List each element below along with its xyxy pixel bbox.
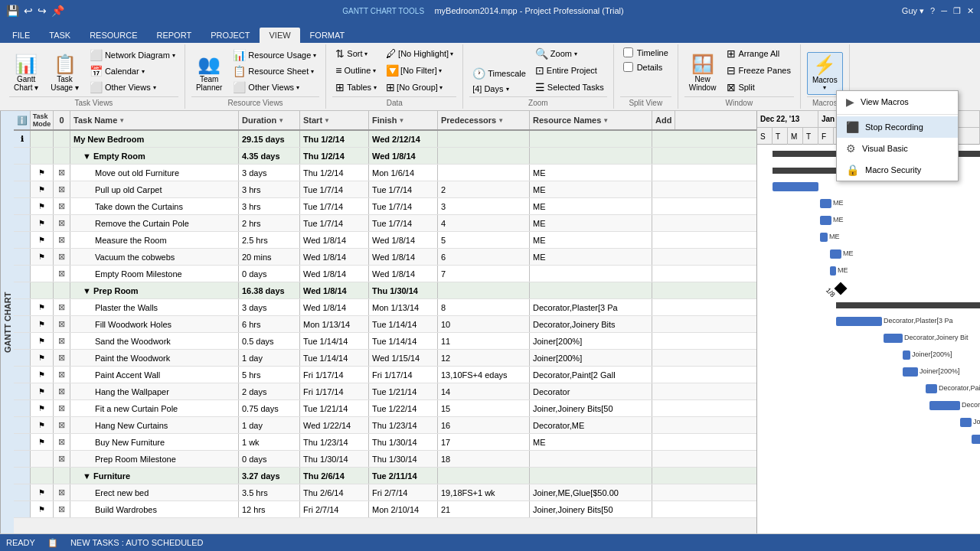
table-row[interactable]: ⊠ Prep Room Milestone0 daysThu 1/30/14Th…: [14, 451, 756, 468]
gantt-bar[interactable]: [773, 182, 818, 191]
gantt-bar[interactable]: Decorator,Plaster[3 Pa: [836, 317, 882, 326]
table-row[interactable]: ⚑ ⊠ Build Wardrobes12 hrsFri 2/7/14Mon 2…: [14, 501, 756, 518]
arrange-all-button[interactable]: ⊞ Arrange All: [724, 46, 793, 61]
resource-usage-button[interactable]: 📊 Resource Usage ▾: [230, 47, 319, 63]
col-finish[interactable]: Finish ▼: [369, 111, 438, 129]
gantt-chart-button[interactable]: 📊 GanttChart ▾: [9, 52, 43, 95]
gantt-bar[interactable]: 1/8: [835, 282, 848, 295]
macros-button[interactable]: ⚡ Macros ▾: [807, 52, 843, 95]
tab-task[interactable]: TASK: [40, 28, 80, 43]
resource-sheet-button[interactable]: 📋 Resource Sheet ▾: [230, 64, 319, 79]
timeline-checkbox[interactable]: Timeline: [620, 46, 671, 59]
gantt-bar[interactable]: ME: [820, 199, 831, 208]
outline-button[interactable]: ≡ Outline ▾: [332, 63, 380, 78]
table-row[interactable]: ⚑ ⊠ Take down the Curtains3 hrsTue 1/7/1…: [14, 198, 756, 215]
restore-btn[interactable]: ❐: [953, 6, 961, 16]
minimize-btn[interactable]: ─: [941, 6, 947, 15]
gantt-bar[interactable]: ME: [820, 233, 828, 242]
table-row[interactable]: ⚑ ⊠ Hang New Curtains1 dayWed 1/22/14Thu…: [14, 417, 756, 434]
table-row[interactable]: ▼ Prep Room16.38 daysWed 1/8/14Thu 1/30/…: [14, 282, 756, 299]
freeze-panes-button[interactable]: ⊟ Freeze Panes: [724, 63, 793, 78]
gantt-bar[interactable]: Decorator,M: [972, 435, 980, 444]
view-macros-item[interactable]: ▶ View Macros: [837, 91, 958, 112]
tables-button[interactable]: ⊞ Tables ▾: [332, 80, 380, 95]
gantt-bar[interactable]: [836, 302, 980, 308]
no-highlight-button[interactable]: 🖊 [No Highlight] ▾: [383, 46, 456, 61]
table-row[interactable]: ℹ My New Bedroom29.15 daysThu 1/2/14Wed …: [14, 131, 756, 148]
calendar-button[interactable]: 📅 Calendar ▾: [87, 64, 178, 79]
table-row[interactable]: ⚑ ⊠ Paint Accent Wall5 hrsFri 1/17/14Fri…: [14, 367, 756, 383]
id-cell: ⊠: [54, 451, 70, 467]
gantt-bar[interactable]: ME: [830, 249, 841, 259]
entire-project-button[interactable]: ⊡ Entire Project: [532, 63, 607, 78]
gantt-bar[interactable]: Joiner,Joiner: [960, 418, 972, 427]
col-start[interactable]: Start ▼: [300, 111, 369, 129]
macro-security-item[interactable]: 🔒 Macro Security: [837, 159, 958, 181]
gantt-bar[interactable]: Joiner[200%]: [903, 367, 918, 377]
gantt-bar[interactable]: Joiner[200%]: [903, 350, 910, 360]
duration-cell: 3.27 days: [239, 468, 300, 484]
split-button[interactable]: ⊠ Split: [724, 80, 793, 95]
duration-cell: 0.75 days: [239, 400, 300, 416]
gantt-bar[interactable]: ME: [820, 216, 831, 225]
table-row[interactable]: ⚑ ⊠ Pull up old Carpet3 hrsTue 1/7/14Tue…: [14, 181, 756, 198]
col-name[interactable]: Task Name ▼: [70, 111, 239, 129]
table-row[interactable]: ⚑ ⊠ Sand the Woodwork0.5 daysTue 1/14/14…: [14, 333, 756, 350]
duration-cell: 0.5 days: [239, 333, 300, 349]
id-cell: ⊠: [54, 484, 70, 500]
table-row[interactable]: ⚑ ⊠ Buy New Furniture1 wkThu 1/23/14Thu …: [14, 434, 756, 451]
view-macros-icon: ▶: [846, 96, 854, 108]
gantt-bar[interactable]: Decorator: [929, 401, 960, 410]
task-usage-button[interactable]: 📋 TaskUsage ▾: [46, 52, 83, 95]
table-row[interactable]: ⊠ Empty Room Milestone0 daysWed 1/8/14We…: [14, 266, 756, 282]
table-row[interactable]: ▼ Empty Room4.35 daysThu 1/2/14Wed 1/8/1…: [14, 148, 756, 165]
tab-file[interactable]: FILE: [3, 28, 39, 43]
tab-report[interactable]: REPORT: [148, 28, 201, 43]
selected-tasks-button[interactable]: ☰ Selected Tasks: [532, 80, 607, 95]
tab-resource[interactable]: RESOURCE: [80, 28, 146, 43]
close-btn[interactable]: ✕: [967, 6, 974, 16]
other-views-task-button[interactable]: ⬜ Other Views ▾: [87, 80, 178, 95]
name-cell: Paint the Woodwork: [70, 350, 239, 366]
table-row[interactable]: ⚑ ⊠ Plaster the Walls3 daysWed 1/8/14Mon…: [14, 299, 756, 316]
team-planner-button[interactable]: 👥 TeamPlanner: [191, 52, 227, 95]
title-bar-icons[interactable]: 💾 ↩ ↪ 📌: [6, 5, 64, 17]
network-diagram-button[interactable]: ⬜ Network Diagram ▾: [87, 47, 178, 63]
table-row[interactable]: ⚑ ⊠ Erect new bed3.5 hrsThu 2/6/14Fri 2/…: [14, 484, 756, 501]
no-group-button[interactable]: ⊞ [No Group] ▾: [383, 80, 456, 95]
tab-view[interactable]: VIEW: [260, 28, 299, 43]
zoom-button[interactable]: 🔍 Zoom ▾: [532, 46, 607, 61]
col-predecessors[interactable]: Predecessors ▼: [438, 111, 530, 129]
gantt-bar[interactable]: ME: [830, 266, 836, 276]
table-row[interactable]: ▼ Furniture3.27 daysThu 2/6/14Tue 2/11/1…: [14, 468, 756, 484]
gantt-bar[interactable]: Decorator,Joinery Bit: [884, 334, 903, 343]
table-row[interactable]: ⚑ ⊠ Remove the Curtain Pole2 hrsTue 1/7/…: [14, 215, 756, 232]
details-checkbox[interactable]: Details: [620, 60, 666, 73]
visual-basic-item[interactable]: ⚙ Visual Basic: [837, 138, 958, 159]
table-row[interactable]: ⚑ ⊠ Fit a new Curtain Pole0.75 daysTue 1…: [14, 400, 756, 417]
table-row[interactable]: ⚑ ⊠ Paint the Woodwork1 dayTue 1/14/14We…: [14, 350, 756, 367]
days4-button[interactable]: [4] Days ▾: [469, 83, 529, 95]
resource-sheet-icon: 📋: [233, 65, 246, 77]
mode-cell: [31, 131, 54, 147]
stop-recording-item[interactable]: ⬛ Stop Recording: [837, 116, 958, 138]
table-row[interactable]: ⚑ ⊠ Hang the Wallpaper2 daysFri 1/17/14T…: [14, 383, 756, 400]
timescale-button[interactable]: 🕐 Timescale: [469, 66, 529, 81]
gantt-bar[interactable]: [773, 168, 838, 174]
table-row[interactable]: ⚑ ⊠ Move out old Furniture3 daysThu 1/2/…: [14, 165, 756, 181]
no-filter-button[interactable]: 🔽 [No Filter] ▾: [383, 63, 456, 78]
tab-format[interactable]: FORMAT: [301, 28, 354, 43]
col-duration[interactable]: Duration ▼: [239, 111, 300, 129]
tab-project[interactable]: PROJECT: [201, 28, 259, 43]
gantt-bar[interactable]: Decorator,Paint[2: [926, 384, 937, 393]
user-area[interactable]: Guy ▾ ? ─ ❐ ✕: [902, 6, 974, 16]
table-row[interactable]: ⚑ ⊠ Fill Woodwork Holes6 hrsMon 1/13/14T…: [14, 316, 756, 333]
other-views-resource-button[interactable]: ⬜ Other Views ▾: [230, 80, 319, 95]
table-row[interactable]: ⚑ ⊠ Vacuum the cobwebs20 minsWed 1/8/14W…: [14, 249, 756, 266]
mode-cell: ⚑: [31, 198, 54, 214]
sort-button[interactable]: ⇅ Sort ▾: [332, 46, 380, 61]
table-row[interactable]: ⚑ ⊠ Measure the Room2.5 hrsWed 1/8/14Wed…: [14, 232, 756, 249]
new-window-button[interactable]: 🪟 NewWindow: [684, 52, 721, 95]
col-add[interactable]: Add: [652, 111, 675, 129]
col-resources[interactable]: Resource Names ▼: [530, 111, 652, 129]
